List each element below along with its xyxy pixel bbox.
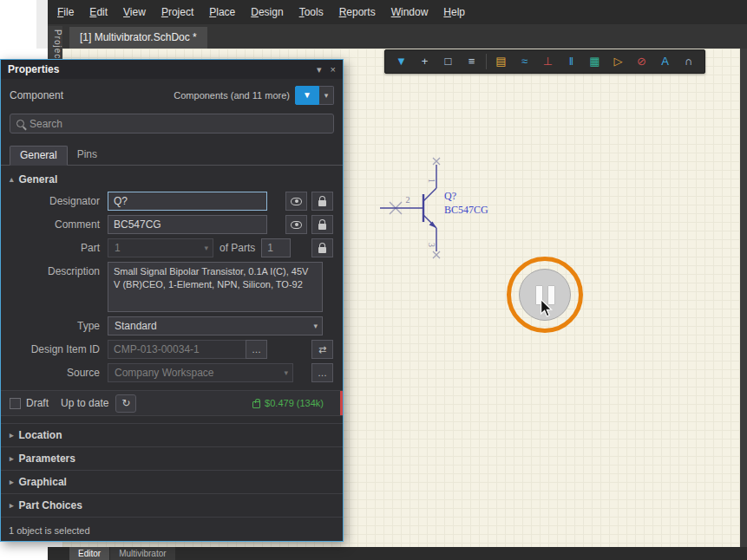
menu-place[interactable]: Place	[201, 0, 243, 24]
designator-input[interactable]	[108, 192, 267, 211]
harness-icon[interactable]: ▷	[606, 50, 630, 73]
part-lock-button[interactable]	[311, 238, 333, 257]
design-item-id-row: Design Item ID … ⇄	[1, 340, 343, 359]
panel-title: Properties	[8, 63, 308, 75]
supply-chain-icon	[252, 401, 260, 408]
of-parts-label: of Parts	[220, 242, 255, 254]
eye-icon	[291, 198, 302, 205]
selection-area-icon[interactable]: □	[436, 50, 460, 73]
description-text[interactable]: Small Signal Bipolar Transistor, 0.1A I(…	[108, 262, 323, 312]
jumper-icon[interactable]: ▤	[489, 50, 513, 73]
document-tab[interactable]: [1] Multivibrator.SchDoc *	[69, 27, 207, 49]
section-location[interactable]: ▸ Location	[1, 423, 343, 446]
designator-visibility-button[interactable]	[285, 192, 307, 211]
section-graphical[interactable]: ▸ Graphical	[1, 470, 343, 493]
search-box[interactable]	[10, 114, 334, 133]
ground-port-icon[interactable]: ⊥	[536, 50, 560, 73]
collapsed-sections: ▸ Location ▸ Parameters ▸ Graphical ▸ Pa…	[1, 423, 343, 518]
source-browse-button[interactable]: …	[311, 363, 333, 382]
panel-header[interactable]: Properties ▾ ×	[1, 60, 343, 79]
pin-number-3: 3	[427, 243, 436, 247]
scope-label: Components (and 11 more)	[174, 90, 290, 101]
design-item-id-browse-button[interactable]: …	[246, 340, 267, 359]
source-select[interactable]: Company Workspace▾	[108, 363, 293, 382]
menu-help[interactable]: Help	[436, 0, 473, 24]
menu-design[interactable]: Design	[243, 0, 291, 24]
comment-text[interactable]: BC547CG	[444, 204, 488, 216]
search-icon	[16, 120, 24, 127]
menu-file[interactable]: File	[49, 0, 82, 24]
tab-general[interactable]: General	[10, 146, 68, 166]
object-kind-label: Component	[10, 89, 174, 101]
menu-reports[interactable]: Reports	[331, 0, 383, 24]
draft-label: Draft	[26, 397, 49, 409]
place-part-icon[interactable]: ▦	[583, 50, 606, 73]
designator-lock-button[interactable]	[311, 192, 333, 211]
design-item-id-input[interactable]	[108, 340, 246, 359]
editor-bottom-bar: Editor Multivibrator	[48, 547, 747, 560]
comment-input[interactable]	[108, 215, 267, 234]
type-select[interactable]: Standard▾	[108, 316, 323, 335]
source-row: Source Company Workspace▾ …	[1, 363, 343, 382]
menu-tools[interactable]: Tools	[292, 0, 331, 24]
designator-label: Designator	[10, 192, 108, 211]
align-icon[interactable]: ≡	[460, 50, 483, 73]
text-string-icon[interactable]: A	[653, 50, 677, 73]
menu-view[interactable]: View	[115, 0, 154, 24]
scope-filter-button[interactable]: ▼	[295, 86, 319, 105]
menu-window[interactable]: Window	[383, 0, 436, 24]
transistor-symbol[interactable]: 2 1 3 Q? BC547CG	[373, 154, 529, 267]
description-row: Description Small Signal Bipolar Transis…	[1, 262, 343, 312]
section-parameters[interactable]: ▸ Parameters	[1, 446, 343, 470]
design-item-id-swap-button[interactable]: ⇄	[311, 340, 333, 359]
lock-icon	[318, 247, 326, 253]
document-tab-bar: [1] Multivibrator.SchDoc *	[48, 24, 747, 49]
comment-lock-button[interactable]	[311, 215, 333, 234]
menu-project[interactable]: Project	[154, 0, 201, 24]
close-icon[interactable]: ×	[331, 64, 336, 75]
part-label: Part	[10, 238, 108, 257]
search-input[interactable]	[29, 118, 327, 130]
bus-probe-icon[interactable]: ‖	[560, 50, 583, 73]
menu-edit[interactable]: Edit	[82, 0, 115, 24]
section-general-header[interactable]: ▴ General	[1, 166, 343, 192]
bottom-tab-editor[interactable]: Editor	[69, 547, 109, 560]
expand-triangle-icon: ▸	[10, 501, 14, 510]
chevron-down-icon: ▾	[284, 364, 288, 381]
comment-label: Comment	[10, 215, 108, 234]
part-select[interactable]: 1▾	[108, 238, 213, 257]
part-row: Part 1▾ of Parts	[1, 238, 343, 257]
refresh-button[interactable]: ↻	[115, 394, 136, 413]
object-selector-row: Component Components (and 11 more) ▼ ▾	[1, 79, 343, 110]
pause-overlay-ring	[507, 257, 583, 333]
arc-icon[interactable]: ∩	[677, 50, 700, 73]
draft-checkbox[interactable]	[10, 398, 21, 409]
expand-triangle-icon: ▸	[10, 454, 14, 463]
comment-visibility-button[interactable]	[285, 215, 307, 234]
selection-status-text: 1 object is selected	[9, 525, 90, 536]
panel-menu-icon[interactable]: ▾	[317, 64, 322, 75]
expand-triangle-icon: ▸	[10, 431, 14, 440]
pin-number-1: 1	[427, 179, 436, 183]
of-parts-input[interactable]	[261, 238, 291, 257]
crosshair-icon[interactable]: +	[413, 50, 436, 73]
supply-status-row: Draft Up to date ↻ $0.479 (134k)	[1, 390, 343, 416]
properties-panel: Properties ▾ × Component Components (and…	[0, 59, 344, 542]
scope-dropdown-button[interactable]: ▾	[319, 86, 334, 105]
toolbar-separator	[486, 54, 487, 69]
bottom-tab-multivibrator[interactable]: Multivibrator	[110, 547, 174, 560]
panel-tabs: General Pins	[1, 135, 343, 166]
type-label: Type	[10, 316, 108, 335]
description-label: Description	[10, 262, 108, 281]
collapse-triangle-icon: ▴	[10, 175, 14, 184]
designator-text[interactable]: Q?	[444, 190, 456, 202]
tab-pins[interactable]: Pins	[68, 146, 107, 165]
designator-row: Designator	[1, 192, 343, 211]
no-erc-icon[interactable]: ⊘	[630, 50, 653, 73]
signal-wire-icon[interactable]: ≈	[513, 50, 536, 73]
chevron-down-icon: ▾	[204, 239, 208, 257]
filter-icon[interactable]: ▼	[390, 50, 413, 73]
right-panel-dock[interactable]	[740, 49, 747, 547]
section-part-choices[interactable]: ▸ Part Choices	[1, 493, 343, 517]
price-badge[interactable]: $0.479 (134k)	[252, 398, 324, 408]
